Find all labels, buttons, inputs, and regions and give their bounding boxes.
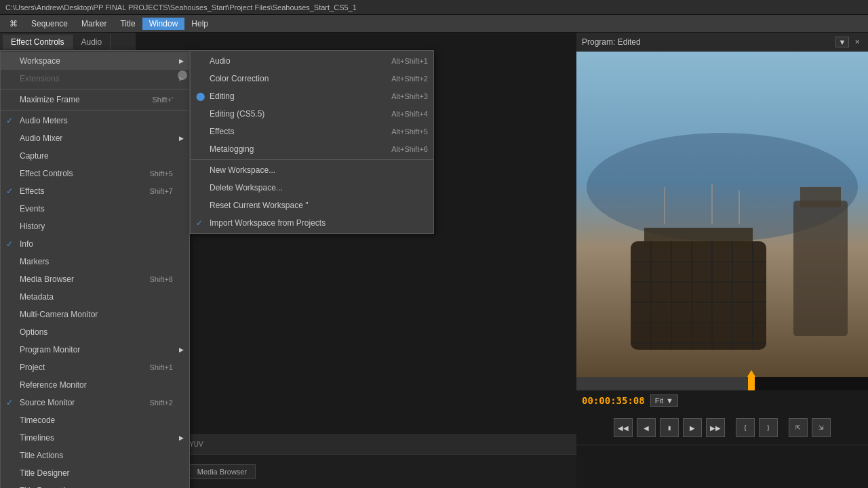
- menu-entry-title-properties[interactable]: Title Properties: [1, 482, 189, 488]
- menu-entry-extensions[interactable]: Extensions: [1, 70, 189, 87]
- timeline-strip: ▶ ▶▶ ▶ 32 YUV: [136, 434, 576, 454]
- menu-item-marker[interactable]: Marker: [75, 18, 113, 30]
- video-svg: [576, 52, 868, 377]
- menu-entry-title-designer[interactable]: Title Designer: [1, 464, 189, 482]
- menu-entry-metadata[interactable]: Metadata: [1, 288, 189, 306]
- menu-overlay: Workspace Extensions Maximize Frame Shif…: [0, 50, 190, 488]
- menu-entry-program-monitor[interactable]: Program Monitor: [1, 341, 189, 359]
- program-monitor-header: Program: Edited ▼ ×: [576, 33, 868, 52]
- menu-entry-maximize-frame[interactable]: Maximize Frame Shift+': [1, 91, 189, 108]
- menu-bar: ⌘ Sequence Marker Title Window Help: [0, 15, 868, 33]
- program-monitor: Program: Edited ▼ ×: [576, 33, 868, 488]
- fit-label: Fit: [655, 396, 663, 405]
- fit-arrow: ▼: [666, 396, 673, 405]
- tab-bar: Effect Controls Audio: [0, 33, 136, 52]
- ws-entry-delete-workspace[interactable]: Delete Workspace...: [191, 179, 433, 197]
- menu-entry-audio-meters[interactable]: ✓ Audio Meters: [1, 112, 189, 129]
- menu-sep-2: [1, 110, 189, 110]
- menu-entry-project[interactable]: Project Shift+1: [1, 359, 189, 376]
- program-close[interactable]: ×: [852, 37, 863, 47]
- tab-audio[interactable]: Audio: [73, 35, 111, 49]
- menu-entry-effects[interactable]: ✓ Effects Shift+7: [1, 182, 189, 200]
- svg-rect-3: [644, 228, 753, 248]
- workspace-submenu: Audio Alt+Shift+1 Color Correction Alt+S…: [190, 50, 434, 234]
- menu-item-help[interactable]: Help: [184, 18, 215, 30]
- ws-entry-metalogging[interactable]: Metalogging Alt+Shift+6: [191, 140, 433, 158]
- menu-entry-events[interactable]: Events: [1, 200, 189, 218]
- btn-play[interactable]: ▶: [683, 418, 702, 437]
- fit-dropdown[interactable]: Fit ▼: [650, 394, 678, 407]
- menu-entry-info[interactable]: ✓ Info: [1, 235, 189, 253]
- bottom-tabs: _CS5_1 Media Browser: [136, 454, 576, 488]
- video-content: [576, 52, 868, 377]
- menu-sep-1: [1, 89, 189, 89]
- program-controls: ▼ ×: [835, 37, 863, 47]
- program-monitor-title: Program: Edited: [582, 37, 641, 47]
- menu-entry-media-browser[interactable]: Media Browser Shift+8: [1, 270, 189, 288]
- btn-lift[interactable]: ⇱: [789, 418, 808, 437]
- timecode-bar: 00:00:35:08 Fit ▼: [576, 390, 868, 411]
- btn-out[interactable]: }: [759, 418, 778, 437]
- scrubber-container[interactable]: [576, 377, 868, 390]
- timecode-value: 00:00:35:08: [582, 395, 645, 406]
- btn-step-back[interactable]: ◀◀: [614, 418, 633, 437]
- menu-entry-title-actions[interactable]: Title Actions: [1, 447, 189, 464]
- menu-entry-markers[interactable]: Markers: [1, 253, 189, 270]
- ws-entry-effects[interactable]: Effects Alt+Shift+5: [191, 123, 433, 140]
- btn-play-back[interactable]: ◀: [637, 418, 656, 437]
- svg-rect-18: [793, 201, 848, 336]
- title-text: C:\Users\Andrew\Desktop\PP FINAL PROJECT…: [5, 3, 357, 12]
- ws-entry-color-correction[interactable]: Color Correction Alt+Shift+2: [191, 70, 433, 87]
- menu-entry-history[interactable]: History: [1, 218, 189, 235]
- menu-entry-effect-controls[interactable]: Effect Controls Shift+5: [1, 165, 189, 182]
- ws-sep-1: [191, 159, 433, 160]
- btn-in[interactable]: {: [736, 418, 755, 437]
- scrubber-fill: [576, 377, 751, 390]
- menu-entry-source-monitor[interactable]: ✓ Source Monitor Shift+2: [1, 394, 189, 411]
- menu-entry-timecode[interactable]: Timecode: [1, 411, 189, 429]
- menu-item-title[interactable]: Title: [113, 18, 142, 30]
- tab-effect-controls[interactable]: Effect Controls: [3, 35, 73, 49]
- dropdown-arrow: ▼: [839, 38, 846, 46]
- menu-item-window[interactable]: Window: [142, 18, 185, 30]
- ws-entry-audio[interactable]: Audio Alt+Shift+1: [191, 52, 433, 70]
- program-monitor-bottom: [576, 445, 868, 488]
- menu-item-sequence[interactable]: Sequence: [24, 18, 75, 30]
- ws-entry-editing[interactable]: ⬤ Editing Alt+Shift+3: [191, 87, 433, 105]
- scrubber-marker: [747, 370, 755, 377]
- video-preview: [576, 52, 868, 377]
- menu-entry-capture[interactable]: Capture: [1, 147, 189, 165]
- ws-entry-import-workspace[interactable]: ✓ Import Workspace from Projects: [191, 214, 433, 232]
- main-area: Effect Controls Audio Video 1: 00:06:02:…: [0, 33, 868, 488]
- ws-entry-new-workspace[interactable]: New Workspace...: [191, 161, 433, 179]
- menu-entry-options[interactable]: Options: [1, 323, 189, 341]
- ws-entry-reset-workspace[interactable]: Reset Current Workspace ": [191, 197, 433, 214]
- ws-entry-editing-cs55[interactable]: Editing (CS5.5) Alt+Shift+4: [191, 105, 433, 123]
- svg-rect-19: [800, 187, 841, 207]
- menu-entry-audio-mixer[interactable]: Audio Mixer: [1, 129, 189, 147]
- window-menu: Workspace Extensions Maximize Frame Shif…: [0, 50, 190, 488]
- title-bar: C:\Users\Andrew\Desktop\PP FINAL PROJECT…: [0, 0, 868, 15]
- menu-entry-multi-camera[interactable]: Multi-Camera Monitor: [1, 306, 189, 323]
- menu-entry-workspace[interactable]: Workspace: [1, 52, 189, 70]
- menu-entry-reference-monitor[interactable]: Reference Monitor: [1, 376, 189, 394]
- bottom-tab-media-browser[interactable]: Media Browser: [189, 464, 256, 479]
- format-label: YUV: [189, 441, 203, 448]
- menu-item-p[interactable]: ⌘: [3, 18, 24, 30]
- btn-extract[interactable]: ⇲: [812, 418, 831, 437]
- btn-stop[interactable]: ▮: [660, 418, 679, 437]
- playback-controls: ◀◀ ◀ ▮ ▶ ▶▶ { } ⇱ ⇲: [576, 411, 868, 445]
- btn-step-fwd[interactable]: ▶▶: [706, 418, 725, 437]
- menu-entry-timelines[interactable]: Timelines: [1, 429, 189, 447]
- program-dropdown[interactable]: ▼: [835, 37, 850, 47]
